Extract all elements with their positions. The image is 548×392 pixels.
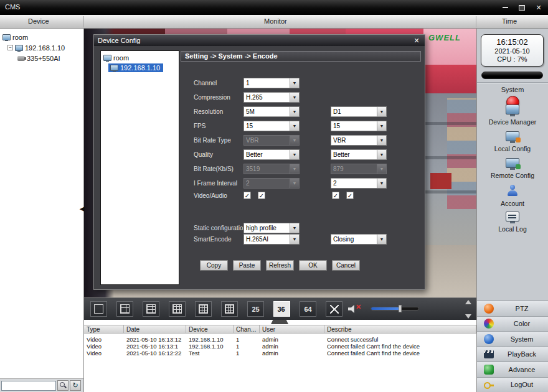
chevron-down-icon[interactable]: ▼ xyxy=(290,78,299,88)
menu-monitor[interactable]: Monitor xyxy=(264,17,287,25)
form-row-compression: Compression H.265 ▼ xyxy=(94,92,426,103)
tree-node-room[interactable]: room xyxy=(101,53,179,63)
system-button[interactable]: System xyxy=(477,331,548,347)
computer-icon xyxy=(2,34,11,40)
paste-button[interactable]: Paste xyxy=(233,260,261,271)
chevron-down-icon[interactable]: ▼ xyxy=(290,150,299,159)
audio-checkbox-sub[interactable]: ✓ xyxy=(346,192,354,199)
layout-64-button[interactable]: 64 xyxy=(300,301,316,317)
table-row[interactable]: Video 2021-05-10 16:13:1 192.168.1.10 1 … xyxy=(84,343,476,350)
search-input[interactable] xyxy=(1,381,56,391)
smartencode-select-sub[interactable]: Closing ▼ xyxy=(331,234,387,245)
advance-button[interactable]: Advance xyxy=(477,362,548,377)
refresh-button[interactable]: ↻ xyxy=(70,380,81,391)
chevron-down-icon[interactable]: ▼ xyxy=(290,121,299,131)
layout-13-button[interactable] xyxy=(195,301,212,317)
menu-time[interactable]: Time xyxy=(502,17,517,25)
maximize-button[interactable] xyxy=(517,3,526,12)
fps-select-main[interactable]: 15 ▼ xyxy=(243,121,300,131)
layout-9-button[interactable] xyxy=(169,301,186,317)
quality-select-sub[interactable]: Better ▼ xyxy=(331,149,387,160)
compression-select[interactable]: H.265 ▼ xyxy=(243,92,300,103)
menu-device[interactable]: Device xyxy=(28,17,49,25)
bitrate-type-select-sub[interactable]: VBR ▼ xyxy=(331,135,387,146)
search-button[interactable] xyxy=(57,380,68,391)
tree-node-room[interactable]: room xyxy=(0,32,83,42)
logout-button[interactable]: LogOut xyxy=(477,377,548,392)
copy-button[interactable]: Copy xyxy=(200,260,228,271)
volume-slider-handle[interactable] xyxy=(399,305,402,312)
video-checkbox-main[interactable]: ✓ xyxy=(243,192,251,199)
dialog-close-button[interactable]: ✕ xyxy=(412,37,421,45)
system-icon xyxy=(484,334,494,344)
static-config-select[interactable]: high profile ▼ xyxy=(243,223,300,233)
account-button[interactable]: Account xyxy=(477,185,548,207)
video-checkbox-sub[interactable]: ✓ xyxy=(332,192,339,199)
layout-16-button[interactable] xyxy=(221,301,238,317)
panel-collapse-handle[interactable]: ◀ xyxy=(78,200,86,217)
combo-value: Better xyxy=(244,150,290,159)
iframe-interval-select-sub[interactable]: 2 ▼ xyxy=(331,178,387,189)
ptz-button[interactable]: PTZ xyxy=(477,301,548,316)
table-row[interactable]: Video 2021-05-10 16:12:22 Test 1 admin C… xyxy=(84,350,476,357)
chevron-down-icon[interactable]: ▼ xyxy=(377,179,386,188)
cancel-button[interactable]: Cancel xyxy=(332,260,360,271)
column-header-type[interactable]: Type xyxy=(84,325,124,333)
chevron-down-icon: ▼ xyxy=(290,136,299,145)
computer-icon xyxy=(103,55,111,61)
menubar: Device Monitor Time xyxy=(0,15,548,29)
fullscreen-button[interactable] xyxy=(326,301,342,317)
panel-splitter-grip[interactable] xyxy=(271,320,288,324)
chevron-down-icon[interactable]: ▼ xyxy=(290,107,299,116)
dialog-titlebar[interactable]: Device Config ✕ xyxy=(94,35,425,46)
fps-select-sub[interactable]: 15 ▼ xyxy=(331,121,387,131)
column-header-device[interactable]: Device xyxy=(186,325,234,333)
color-button[interactable]: Color xyxy=(477,316,548,332)
chevron-down-icon[interactable]: ▼ xyxy=(377,235,386,244)
remote-config-button[interactable]: Remote Config xyxy=(477,158,548,179)
settings-breadcrumb: Setting -> System -> Encode xyxy=(181,51,421,62)
column-header-channel[interactable]: Chan... xyxy=(234,325,260,333)
scroll-down-icon[interactable] xyxy=(465,314,471,319)
chevron-down-icon[interactable]: ▼ xyxy=(377,107,386,116)
column-header-describe[interactable]: Describe xyxy=(324,325,476,333)
audio-checkbox-main[interactable]: ✓ xyxy=(258,192,265,199)
device-manager-button[interactable]: Device Manager xyxy=(477,105,548,126)
local-log-button[interactable]: Local Log xyxy=(477,212,548,233)
chevron-down-icon[interactable]: ▼ xyxy=(377,121,386,131)
tree-node-label: 192.168.1.10 xyxy=(25,44,65,52)
channel-select[interactable]: 1 ▼ xyxy=(243,78,300,88)
local-config-button[interactable]: Local Config xyxy=(477,131,548,152)
close-button[interactable]: ✕ xyxy=(534,3,543,12)
layout-25-button[interactable]: 25 xyxy=(247,301,264,317)
table-row[interactable]: Video 2021-05-10 16:13:12 192.168.1.10 1… xyxy=(84,336,476,343)
volume-slider[interactable] xyxy=(371,307,419,310)
chevron-down-icon[interactable]: ▼ xyxy=(377,136,386,145)
chevron-down-icon[interactable]: ▼ xyxy=(290,93,299,102)
layout-4-button[interactable] xyxy=(116,301,133,317)
layout-36-button[interactable]: 36 xyxy=(273,301,290,317)
collapse-minus-icon[interactable]: − xyxy=(7,45,13,50)
chevron-down-icon[interactable]: ▼ xyxy=(377,150,386,159)
quality-select-main[interactable]: Better ▼ xyxy=(243,149,300,160)
layout-1-button[interactable] xyxy=(90,301,107,317)
ok-button[interactable]: OK xyxy=(299,260,327,271)
resolution-select-main[interactable]: 5M ▼ xyxy=(243,106,300,117)
chevron-down-icon[interactable]: ▼ xyxy=(290,235,299,244)
minimize-button[interactable] xyxy=(501,3,509,12)
tree-node-device-selected[interactable]: 192.168.1.10 xyxy=(101,63,179,73)
chevron-down-icon[interactable]: ▼ xyxy=(290,223,299,233)
scroll-up-icon[interactable] xyxy=(465,300,471,304)
playback-button[interactable]: PlayBack xyxy=(477,347,548,362)
refresh-button[interactable]: Refresh xyxy=(266,260,294,271)
combo-value: VBR xyxy=(244,136,290,145)
column-header-date[interactable]: Date xyxy=(124,325,186,333)
tree-node-device[interactable]: − 192.168.1.10 xyxy=(0,42,83,53)
minimize-icon xyxy=(503,7,508,8)
smartencode-select-main[interactable]: H.265AI ▼ xyxy=(243,234,300,245)
column-header-user[interactable]: User xyxy=(260,325,324,333)
tree-node-camera[interactable]: 335+550AI xyxy=(0,53,83,63)
layout-6-button[interactable] xyxy=(143,301,159,317)
resolution-select-sub[interactable]: D1 ▼ xyxy=(331,106,387,117)
mute-button[interactable]: ✕ xyxy=(348,303,364,314)
